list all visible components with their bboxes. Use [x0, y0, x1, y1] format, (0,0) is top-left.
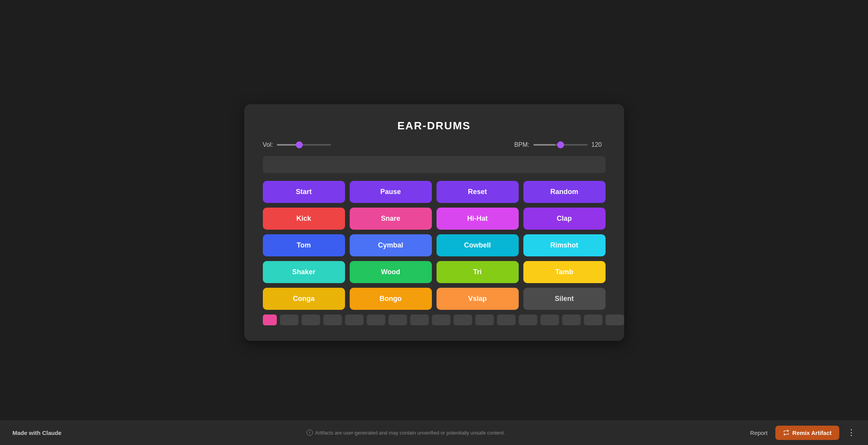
seq-step-13[interactable]: [540, 314, 559, 325]
report-button[interactable]: Report: [750, 430, 768, 436]
seq-step-10[interactable]: [475, 314, 494, 325]
drum-button-conga[interactable]: Conga: [263, 288, 345, 310]
remix-button[interactable]: Remix Artifact: [775, 426, 839, 440]
drum-grid: KickSnareHi-HatClapTomCymbalCowbellRimsh…: [263, 208, 606, 310]
drum-button-shaker[interactable]: Shaker: [263, 261, 345, 283]
seq-step-7[interactable]: [410, 314, 429, 325]
seq-step-16[interactable]: [606, 314, 624, 325]
seq-step-14[interactable]: [562, 314, 581, 325]
pause-button[interactable]: Pause: [350, 181, 432, 203]
footer-disclaimer: i Artifacts are user-generated and may c…: [307, 430, 505, 436]
bpm-label: BPM:: [514, 141, 529, 148]
more-options-button[interactable]: ⋮: [847, 428, 856, 438]
drum-button-rimshot[interactable]: Rimshot: [523, 234, 606, 256]
drum-button-kick[interactable]: Kick: [263, 208, 345, 230]
drum-button-clap[interactable]: Clap: [523, 208, 606, 230]
seq-step-9[interactable]: [454, 314, 472, 325]
drum-button-tamb[interactable]: Tamb: [523, 261, 606, 283]
remix-icon: [783, 430, 789, 436]
volume-control: Vol:: [263, 141, 331, 148]
start-button[interactable]: Start: [263, 181, 345, 203]
sequencer-row: [263, 314, 606, 325]
sequencer-active-indicator: [263, 314, 277, 325]
volume-slider[interactable]: [277, 144, 331, 146]
seq-step-6[interactable]: [388, 314, 407, 325]
app-title: EAR-DRUMS: [263, 120, 606, 132]
footer-made-with: Made with Claude: [12, 430, 62, 436]
footer: Made with Claude i Artifacts are user-ge…: [0, 420, 868, 445]
drum-button-bongo[interactable]: Bongo: [350, 288, 432, 310]
seq-step-4[interactable]: [345, 314, 364, 325]
seq-step-12[interactable]: [519, 314, 537, 325]
app-background: EAR-DRUMS Vol: BPM: 120 Start Pause Rese…: [0, 0, 868, 445]
seq-step-2[interactable]: [302, 314, 320, 325]
seq-step-8[interactable]: [432, 314, 450, 325]
seq-step-3[interactable]: [323, 314, 342, 325]
info-icon: i: [307, 430, 313, 436]
transport-row: Start Pause Reset Random: [263, 181, 606, 203]
seq-step-1[interactable]: [280, 314, 299, 325]
seq-step-11[interactable]: [497, 314, 516, 325]
bpm-value: 120: [592, 141, 606, 148]
controls-row: Vol: BPM: 120: [263, 141, 606, 148]
drum-button-silent[interactable]: Silent: [523, 288, 606, 310]
reset-button[interactable]: Reset: [437, 181, 519, 203]
seq-step-5[interactable]: [367, 314, 385, 325]
drum-button-snare[interactable]: Snare: [350, 208, 432, 230]
random-button[interactable]: Random: [523, 181, 606, 203]
bpm-control: BPM: 120: [514, 141, 605, 148]
vol-label: Vol:: [263, 141, 273, 148]
main-panel: EAR-DRUMS Vol: BPM: 120 Start Pause Rese…: [244, 104, 624, 341]
footer-actions: Report Remix Artifact ⋮: [750, 426, 856, 440]
seq-step-15[interactable]: [584, 314, 602, 325]
bpm-slider[interactable]: [533, 144, 588, 146]
drum-button-cymbal[interactable]: Cymbal: [350, 234, 432, 256]
drum-button-cowbell[interactable]: Cowbell: [437, 234, 519, 256]
drum-button-wood[interactable]: Wood: [350, 261, 432, 283]
drum-button-tom[interactable]: Tom: [263, 234, 345, 256]
display-bar: [263, 156, 606, 173]
drum-button-tri[interactable]: Tri: [437, 261, 519, 283]
drum-button-vslap[interactable]: Vslap: [437, 288, 519, 310]
drum-button-hihat[interactable]: Hi-Hat: [437, 208, 519, 230]
